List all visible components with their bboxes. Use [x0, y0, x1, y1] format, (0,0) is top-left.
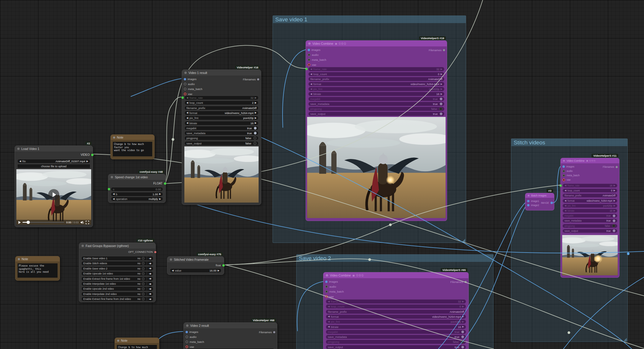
widget-row[interactable]: ◀ loop_count 0 ▶ [326, 304, 466, 309]
widget-row[interactable]: ◀ filename_prefix AnimateDiff ▶ [326, 310, 466, 314]
widget-row[interactable]: ◀ megabit true ▶ [184, 126, 259, 130]
toggle-knob[interactable] [461, 336, 464, 338]
node-title-bar[interactable]: Batch Images [525, 193, 554, 198]
node-title-bar[interactable]: Video 1 result [182, 70, 261, 76]
port-dot[interactable] [562, 170, 565, 172]
input-port[interactable]: image2 [527, 204, 539, 207]
toggle-knob[interactable] [142, 262, 145, 265]
widget-row[interactable]: ◀ pingpong false ▶ [326, 340, 466, 344]
port-dot[interactable] [562, 174, 565, 177]
port-dot[interactable] [308, 49, 310, 51]
bypass-toggle-row[interactable]: Enable Stitch videos no ➜ [81, 261, 153, 266]
output-port-filenames[interactable]: Filenames [450, 280, 467, 284]
widget-row[interactable]: ◀ loop_count 0 ▶ [562, 189, 617, 193]
toggle-knob[interactable] [142, 287, 145, 290]
output-port-filenames[interactable]: Filenames [259, 331, 275, 334]
widget-row[interactable]: ◀ frame_rate 32 ▶ [326, 299, 466, 304]
widget-row[interactable]: ◀ save_metadata true ▶ [326, 335, 466, 339]
input-port[interactable]: vae [308, 63, 326, 66]
note-text[interactable]: Please excuse the spaghetti, this here i… [18, 263, 58, 278]
input-port[interactable]: audio [562, 170, 579, 172]
port-dot[interactable] [257, 78, 259, 80]
widget-row[interactable]: ◀ operation multiply ▶ [111, 197, 163, 201]
toggle-knob[interactable] [142, 257, 145, 260]
goto-group-arrow-icon[interactable]: ➜ [149, 267, 151, 270]
port-dot[interactable] [186, 345, 188, 348]
node-video-2-result[interactable]: VideoHelper #68 Video 2 result images au… [183, 322, 277, 349]
widget-input-dot[interactable] [108, 188, 110, 190]
node-title-bar[interactable]: Note [111, 135, 154, 140]
output-port-opt-connection[interactable]: OPT_CONNECTION [128, 250, 156, 253]
toggle-knob[interactable] [440, 98, 442, 100]
increment-arrow[interactable]: ▶ [614, 184, 615, 187]
collapse-dot[interactable] [308, 42, 311, 45]
node-note-top[interactable]: Note Change b to how much faster you wan… [110, 134, 155, 159]
goto-group-arrow-icon[interactable]: ➜ [149, 287, 151, 291]
node-graph-canvas[interactable]: Save video 1 Save video 2 Stitch videos … [0, 0, 644, 349]
collapse-dot[interactable] [113, 137, 115, 139]
bypass-toggle-row[interactable]: Enable Interpolate 1st video no ➜ [81, 281, 153, 286]
toggle-knob[interactable] [613, 220, 615, 222]
increment-arrow[interactable]: ▶ [441, 88, 442, 90]
toggle-knob[interactable] [440, 113, 442, 115]
port-dot[interactable] [325, 290, 328, 293]
widget-row[interactable]: ◀ filename_prefix AnimateDiff ▶ [184, 106, 259, 110]
port-dot[interactable] [527, 204, 529, 206]
node-title-bar[interactable]: Load Video 1 [15, 146, 93, 152]
port-dot[interactable] [164, 182, 166, 185]
widget-row[interactable]: ◀ save_output true ▶ [308, 112, 444, 116]
node-title-bar[interactable]: Video Combine ▦ ⓋⒽⓈ [306, 41, 447, 47]
input-port[interactable]: meta_batch [184, 87, 202, 91]
play-icon[interactable] [18, 221, 21, 224]
input-port[interactable]: meta_batch [562, 174, 579, 177]
group-header[interactable]: Stitch videos [511, 139, 627, 146]
decrement-arrow[interactable]: ◀ [328, 326, 330, 328]
increment-arrow[interactable]: ▶ [441, 83, 442, 85]
port-dot[interactable] [325, 295, 328, 298]
port-dot[interactable] [273, 331, 275, 333]
video-preview[interactable] [562, 235, 618, 275]
toggle-knob[interactable] [142, 282, 145, 285]
output-port-filenames[interactable]: Filenames [243, 78, 259, 81]
increment-arrow[interactable]: ▶ [441, 68, 442, 70]
increment-arrow[interactable]: ▶ [86, 160, 88, 163]
widget-row[interactable]: ◀ a 0.00 ▶ [111, 187, 163, 191]
widget-input-dot[interactable] [305, 68, 308, 70]
widget-row[interactable]: ◀ frame_rate 32 ▶ [184, 96, 259, 100]
widget-row[interactable]: ◀ format video/nvenc_h264-mp4 ▶ [308, 82, 444, 86]
node-title-bar[interactable]: Speed change 1st video [108, 174, 165, 180]
file-widget[interactable]: ◀ file AnimateDiff_01507.mp4 ▶ [17, 159, 90, 163]
bypass-toggle-row[interactable]: Enable Upscale 2nd video no ➜ [81, 286, 153, 291]
output-port-float[interactable]: float [216, 264, 225, 267]
fullscreen-icon[interactable] [86, 221, 89, 224]
node-note-bottom[interactable]: Note Change b to how much faster you [115, 338, 159, 349]
output-port-video[interactable]: VIDEO [81, 153, 94, 156]
port-dot[interactable] [154, 251, 156, 253]
increment-arrow[interactable]: ▶ [614, 189, 615, 192]
vhs-title-icons[interactable]: ▦ ⓋⒽⓈ [335, 42, 347, 45]
widget-row[interactable]: ◀ bitrate 16 ▶ [184, 121, 259, 125]
widget-row[interactable]: ◀ megabit true ▶ [562, 214, 617, 218]
toggle-knob[interactable] [142, 293, 145, 296]
increment-arrow[interactable]: ▶ [462, 315, 464, 318]
widget-row[interactable]: ◀ pix_fmt yuv420p ▶ [562, 204, 617, 208]
port-dot[interactable] [308, 53, 310, 56]
widget-input-dot[interactable] [181, 96, 184, 99]
seek-bar[interactable] [22, 222, 64, 223]
decrement-arrow[interactable]: ◀ [328, 300, 330, 303]
decrement-arrow[interactable]: ◀ [310, 68, 312, 70]
decrement-arrow[interactable]: ◀ [113, 193, 115, 195]
bypass-toggle-row[interactable]: Enable Extract first frame from 2nd vide… [81, 297, 153, 301]
bypass-toggle-row[interactable]: Enable Upscale 1st video no ➜ [81, 271, 153, 276]
choose-file-button[interactable]: choose file to upload [17, 164, 90, 168]
port-dot[interactable] [562, 179, 565, 181]
goto-group-arrow-icon[interactable]: ➜ [149, 292, 151, 296]
widget-row[interactable]: ◀ save_output true ▶ [562, 229, 617, 233]
increment-arrow[interactable]: ▶ [159, 198, 161, 200]
decrement-arrow[interactable]: ◀ [186, 112, 188, 114]
decrement-arrow[interactable]: ◀ [310, 93, 312, 95]
decrement-arrow[interactable]: ◀ [186, 122, 188, 124]
node-title-bar[interactable]: Video 2 result [184, 323, 277, 329]
bypass-toggle-row[interactable]: Enable Save video 1 no ➜ [81, 256, 153, 261]
decrement-arrow[interactable]: ◀ [186, 102, 188, 104]
